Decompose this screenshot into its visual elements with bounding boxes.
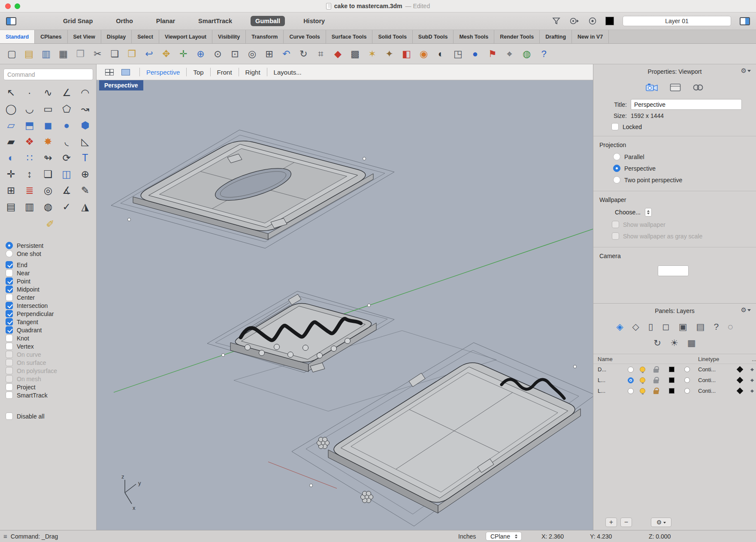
gizmo-icon[interactable]: ✛ <box>177 47 190 60</box>
move-icon[interactable]: ✛ <box>2 166 20 182</box>
paint-icon[interactable]: ✎ <box>76 182 94 199</box>
select-arrow-icon[interactable]: ↖ <box>2 84 20 101</box>
command-input[interactable] <box>3 69 93 80</box>
open-file-icon[interactable]: ▤ <box>22 47 36 60</box>
named-layers-icon[interactable]: ◇ <box>632 322 639 331</box>
viewport-badge[interactable]: Perspective <box>99 80 143 90</box>
viewport[interactable]: Perspective <box>97 80 593 530</box>
undo-view-icon[interactable]: ↶ <box>280 47 293 60</box>
layer-material-icon[interactable] <box>684 367 690 372</box>
surface-icon[interactable]: ▱ <box>2 117 20 133</box>
viewport-title-input[interactable] <box>631 99 742 110</box>
measure-icon[interactable]: ∡ <box>57 182 76 199</box>
units-icon[interactable]: ▤ <box>2 199 20 215</box>
gumball-tool-icon[interactable]: ⊕ <box>76 166 94 182</box>
z-coordinate[interactable]: Z: 0.000 <box>649 530 671 542</box>
toolbar-tab[interactable]: Mesh Tools <box>454 30 494 43</box>
toolbar-tab[interactable]: Set View <box>68 30 101 43</box>
layer-lock-icon[interactable] <box>653 390 659 394</box>
osnap-checkbox[interactable]: Point <box>6 277 96 285</box>
layer-color-swatch[interactable] <box>669 367 674 372</box>
maximize-viewport-icon[interactable] <box>121 69 130 75</box>
checkbox-icon[interactable] <box>6 286 13 293</box>
current-layer-indicator[interactable] <box>628 367 634 373</box>
snapshot-icon[interactable]: ↻ <box>653 338 661 347</box>
wallpaper-checkbox[interactable]: Show wallpaper <box>612 219 756 230</box>
box-icon[interactable]: ◼ <box>39 117 57 133</box>
toolbar-tab[interactable]: Render Tools <box>494 30 540 43</box>
radio-icon[interactable] <box>6 242 13 249</box>
add-layer-button[interactable]: + <box>605 518 617 527</box>
radio-icon[interactable] <box>613 176 620 184</box>
osnap-checkbox[interactable]: Intersection <box>6 301 96 310</box>
undo-icon[interactable]: ↩ <box>142 47 156 60</box>
blend-curve-icon[interactable]: ↬ <box>39 150 57 166</box>
puzzle-icon[interactable]: ❖ <box>20 133 39 150</box>
cylinder-icon[interactable]: ⬢ <box>76 117 94 133</box>
layer-sort-arrows[interactable] <box>748 388 756 394</box>
link-icon[interactable] <box>692 83 704 92</box>
radio-icon[interactable] <box>613 153 620 160</box>
checkbox-icon[interactable] <box>6 359 13 366</box>
mode-toggle[interactable]: Grid Snap <box>58 16 97 26</box>
osnap-checkbox[interactable]: On surface <box>6 358 96 367</box>
layer-options-menu[interactable]: ⚙ <box>651 518 671 527</box>
chamfer-icon[interactable]: ◺ <box>76 133 94 150</box>
mode-toggle[interactable]: History <box>299 16 330 26</box>
units-label[interactable]: Inches <box>458 530 476 542</box>
paste-icon[interactable]: ❒ <box>125 47 139 60</box>
osnap-checkbox[interactable]: Near <box>6 269 96 277</box>
osnap-checkbox[interactable]: Quadrant <box>6 326 96 334</box>
layer-linetype[interactable]: Conti... <box>698 366 736 373</box>
layer-name[interactable]: L... <box>598 388 628 394</box>
polyline-icon[interactable]: ∠ <box>57 84 76 101</box>
help-panel-icon[interactable]: ? <box>714 322 719 331</box>
flag-icon[interactable]: ⚑ <box>486 47 499 60</box>
layer-sort-arrows[interactable] <box>748 377 756 384</box>
toolbar-tab[interactable]: SubD Tools <box>413 30 454 43</box>
osnap-checkbox[interactable]: On mesh <box>6 375 96 383</box>
camera-value-input[interactable] <box>658 265 689 276</box>
col-more[interactable]: ... <box>748 356 756 362</box>
layer-name[interactable]: L... <box>598 377 628 383</box>
active-color-swatch[interactable] <box>605 17 614 25</box>
viewport-tab[interactable]: Layouts... <box>267 68 308 76</box>
command-history-icon[interactable]: ≡ <box>3 533 7 540</box>
toolbar-tab[interactable]: Solid Tools <box>372 30 412 43</box>
array-icon[interactable]: ⊞ <box>2 182 20 199</box>
help-icon[interactable]: ? <box>537 47 550 60</box>
layer-visibility-bulb-icon[interactable] <box>640 377 645 383</box>
export-icon[interactable]: ❐ <box>74 47 87 60</box>
checkbox-icon[interactable] <box>6 343 13 350</box>
cplane-stepper[interactable] <box>514 533 519 540</box>
mode-toggle[interactable]: Planar <box>151 16 180 26</box>
osnap-checkbox[interactable]: Vertex <box>6 342 96 350</box>
record-history-icon[interactable] <box>569 17 580 25</box>
checkbox-icon[interactable] <box>6 277 13 285</box>
target-icon[interactable] <box>588 17 597 25</box>
checkbox-icon[interactable] <box>6 351 13 358</box>
toolbar-tab[interactable]: Curve Tools <box>284 30 326 43</box>
rotate-view-icon[interactable]: ↻ <box>297 47 310 60</box>
dotted-rect-icon[interactable]: ◳ <box>451 47 465 60</box>
sun-icon[interactable]: ☀ <box>670 338 678 347</box>
lamp-icon[interactable]: ✶ <box>366 47 379 60</box>
viewport-tab[interactable]: Front <box>210 68 239 76</box>
layer-row[interactable]: L... Conti... <box>593 375 756 385</box>
vase-icon[interactable]: ◍ <box>39 199 57 215</box>
new-file-icon[interactable]: ▢ <box>5 47 18 60</box>
checkbox-icon[interactable] <box>6 269 13 277</box>
checkbox-icon[interactable] <box>6 334 13 342</box>
col-name[interactable]: Name <box>598 356 628 362</box>
command-status-text[interactable]: Command: _Drag <box>11 533 58 540</box>
pencil-icon[interactable]: ✐ <box>4 216 96 232</box>
layer-print-icon[interactable] <box>737 366 744 373</box>
close-window-button[interactable] <box>5 3 11 9</box>
cut-icon[interactable]: ✂ <box>91 47 104 60</box>
pan-hand-icon[interactable]: ✥ <box>160 47 173 60</box>
checkbox-icon[interactable] <box>6 302 13 309</box>
layer-lock-icon[interactable] <box>653 369 659 373</box>
panel-gear-menu[interactable]: ⚙ <box>741 67 751 75</box>
red-car-icon[interactable]: ◆ <box>331 47 345 60</box>
stack-icon[interactable]: ▥ <box>20 199 39 215</box>
